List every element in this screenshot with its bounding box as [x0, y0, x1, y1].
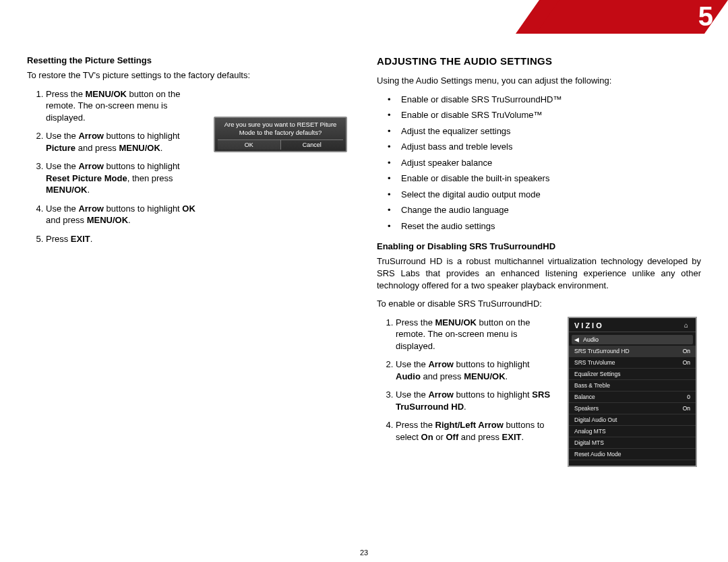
- trusurround-heading: Enabling or Disabling SRS TruSurroundHD: [377, 241, 701, 251]
- step-4: Use the Arrow buttons to highlight OK an…: [46, 203, 206, 226]
- reset-confirm-dialog: Are you sure you want to RESET Piture Mo…: [214, 117, 347, 153]
- chapter-number: 5: [698, 1, 713, 32]
- audio-osd-menu: VIZIO ⌂ ◀ Audio SRS TruSurround HDOnSRS …: [568, 317, 697, 467]
- right-column: ADJUSTING THE AUDIO SETTINGS Using the A…: [377, 55, 701, 467]
- step-3: Use the Arrow buttons to highlight Reset…: [46, 160, 206, 196]
- osd-row: Digital Audio Out: [569, 414, 696, 426]
- dialog-ok-button: OK: [218, 140, 281, 150]
- list-item: Adjust the equalizer settings: [392, 125, 701, 137]
- osd-row: Balance0: [569, 392, 696, 403]
- back-icon: ◀: [574, 336, 579, 343]
- osd-row: SpeakersOn: [569, 403, 696, 414]
- osd-row-value: 0: [687, 394, 690, 400]
- osd-row-key: Equalizer Settings: [574, 371, 621, 377]
- osd-row-value: On: [683, 359, 690, 366]
- osd-row-key: Analog MTS: [574, 428, 606, 435]
- step-5: Press EXIT.: [46, 233, 206, 245]
- osd-row-key: Digital MTS: [574, 439, 604, 446]
- reset-picture-heading: Resetting the Picture Settings: [27, 55, 351, 65]
- osd-crumb: Audio: [583, 336, 599, 343]
- reset-picture-intro: To restore the TV's picture settings to …: [27, 69, 351, 82]
- osd-row: Equalizer Settings: [569, 369, 696, 380]
- chapter-tab: 5: [559, 0, 728, 34]
- osd-row-value: On: [683, 405, 690, 412]
- dialog-cancel-button: Cancel: [281, 140, 344, 150]
- list-item: Change the audio language: [392, 204, 701, 216]
- osd-row: Digital MTS: [569, 437, 696, 449]
- trusurround-intro: To enable or disable SRS TruSurroundHD:: [377, 298, 701, 310]
- step-2: Use the Arrow buttons to highlight Pictu…: [46, 130, 206, 154]
- osd-row-key: Speakers: [574, 405, 599, 412]
- reset-picture-steps: Press the MENU/OK button on the remote. …: [46, 88, 206, 245]
- left-column: Resetting the Picture Settings To restor…: [27, 55, 351, 467]
- list-item: Select the digital audio output mode: [392, 189, 701, 201]
- osd-row-key: SRS TruSurround HD: [574, 348, 630, 354]
- osd-row: SRS TruVolumeOn: [569, 357, 696, 369]
- audio-intro: Using the Audio Settings menu, you can a…: [377, 75, 701, 87]
- step-2: Use the Arrow buttons to highlight Audio…: [396, 358, 559, 382]
- osd-row: Bass & Treble: [569, 380, 696, 392]
- osd-brand: VIZIO: [574, 321, 604, 330]
- list-item: Adjust bass and treble levels: [392, 141, 701, 153]
- page-number: 23: [0, 549, 728, 557]
- trusurround-description: TruSurround HD is a robust multichannel …: [377, 255, 701, 291]
- osd-row-key: Digital Audio Out: [574, 416, 617, 423]
- step-3: Use the Arrow buttons to highlight SRS T…: [396, 389, 559, 412]
- step-4: Press the Right/Left Arrow buttons to se…: [396, 419, 559, 443]
- step-1: Press the MENU/OK button on the remote. …: [396, 317, 559, 352]
- osd-row: SRS TruSurround HDOn: [569, 346, 696, 357]
- osd-row: Analog MTS: [569, 426, 696, 437]
- osd-row-key: Balance: [574, 394, 595, 400]
- audio-section-title: ADJUSTING THE AUDIO SETTINGS: [377, 55, 701, 67]
- osd-row-key: SRS TruVolume: [574, 359, 615, 366]
- home-icon: ⌂: [684, 321, 690, 329]
- osd-row-key: Bass & Treble: [574, 382, 610, 389]
- list-item: Enable or disable the built-in speakers: [392, 173, 701, 185]
- osd-row-value: On: [683, 348, 690, 354]
- osd-row: Reset Audio Mode: [569, 449, 696, 460]
- list-item: Enable or disable SRS TruSurroundHD™: [392, 94, 701, 106]
- audio-feature-list: Enable or disable SRS TruSurroundHD™ Ena…: [392, 94, 701, 232]
- trusurround-steps: Press the MENU/OK button on the remote. …: [396, 317, 559, 443]
- list-item: Adjust speaker balance: [392, 157, 701, 169]
- step-1: Press the MENU/OK button on the remote. …: [46, 88, 206, 124]
- list-item: Reset the audio settings: [392, 220, 701, 232]
- osd-row-key: Reset Audio Mode: [574, 451, 621, 458]
- dialog-message: Are you sure you want to RESET Piture Mo…: [218, 121, 343, 137]
- list-item: Enable or disable SRS TruVolume™: [392, 109, 701, 121]
